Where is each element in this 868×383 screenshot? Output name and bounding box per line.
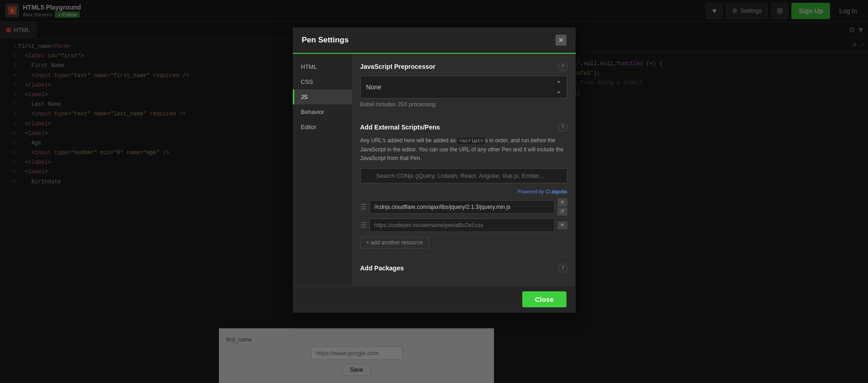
section-divider (360, 115, 567, 115)
resource-row-2: ☰ ✕ (360, 218, 567, 232)
packages-section-header: Add Packages ? (360, 264, 567, 273)
modal-title: Pen Settings (302, 36, 349, 45)
resource-remove-btn-2[interactable]: ✕ (557, 221, 567, 229)
resource-row-1: ☰ ✕ ↺ (360, 198, 567, 216)
external-scripts-header: Add External Scripts/Pens ? (360, 123, 567, 132)
resource-actions-2: ✕ (557, 221, 567, 229)
algolia-logo: ⬡ algolia (546, 189, 567, 194)
preprocessor-note: Babel includes JSX processing. (360, 101, 567, 108)
preprocessor-section-header: JavaScript Preprocessor ? (360, 62, 567, 71)
modal-content-area: JavaScript Preprocessor ? None ⌃⌄ Babel … (352, 54, 576, 285)
sidebar-item-editor[interactable]: Editor (293, 119, 352, 135)
preprocessor-title: JavaScript Preprocessor (360, 63, 436, 70)
modal-body: HTML CSS JS Behavior Editor JavaScript P… (293, 54, 576, 285)
resource-remove-btn-1[interactable]: ✕ (557, 198, 567, 207)
external-scripts-help-icon[interactable]: ? (558, 123, 567, 132)
preprocessor-select[interactable]: None ⌃⌄ (360, 76, 567, 98)
preprocessor-help-icon[interactable]: ? (558, 62, 567, 71)
sidebar-item-js[interactable]: JS (293, 89, 352, 104)
sidebar-item-html[interactable]: HTML (293, 59, 352, 74)
packages-title: Add Packages (360, 264, 404, 272)
modal-close-footer-button[interactable]: Close (522, 291, 567, 307)
sidebar-item-behavior[interactable]: Behavior (293, 104, 352, 119)
external-scripts-title: Add External Scripts/Pens (360, 124, 440, 131)
script-tag-code: <script> (457, 138, 485, 144)
section-divider-2 (360, 256, 567, 256)
drag-handle-icon-1[interactable]: ☰ (360, 202, 367, 211)
pen-settings-modal: Pen Settings ✕ HTML CSS JS Behavior Edit… (293, 27, 576, 313)
algolia-prefix: Powered by (517, 189, 545, 194)
drag-handle-icon-2[interactable]: ☰ (360, 221, 367, 229)
modal-close-button[interactable]: ✕ (556, 35, 567, 46)
sidebar-item-css[interactable]: CSS (293, 74, 352, 89)
resource-refresh-btn-1[interactable]: ↺ (557, 207, 567, 216)
resource-input-2[interactable] (369, 218, 555, 232)
preprocessor-value: None (366, 83, 381, 91)
algolia-badge: Powered by ⬡ algolia (360, 189, 567, 195)
resource-actions-1: ✕ ↺ (557, 198, 567, 216)
before-em: before (530, 137, 546, 144)
cdn-search-wrap: 🔍 (360, 168, 567, 185)
modal-header: Pen Settings ✕ (293, 27, 576, 54)
select-chevron-icon: ⌃⌄ (556, 80, 561, 94)
packages-help-icon[interactable]: ? (558, 264, 567, 273)
add-resource-button[interactable]: + add another resource (360, 237, 429, 248)
modal-footer: Close (293, 285, 576, 313)
resource-input-1[interactable] (369, 200, 555, 214)
external-scripts-desc: Any URL's added here will be added as <s… (360, 136, 567, 163)
modal-sidebar: HTML CSS JS Behavior Editor (293, 54, 352, 285)
cdn-search-input[interactable] (360, 168, 567, 183)
